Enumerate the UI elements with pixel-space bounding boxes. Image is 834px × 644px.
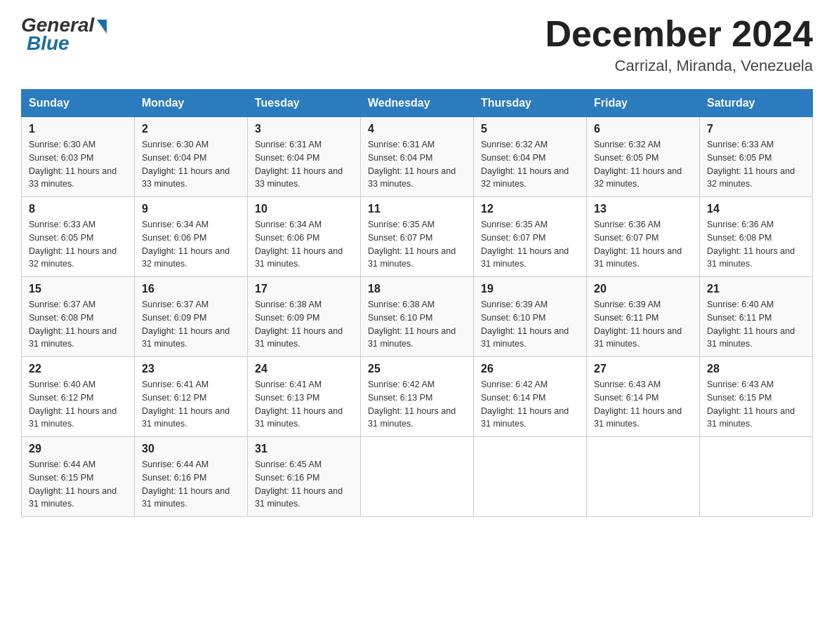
day-number: 28 xyxy=(707,363,805,375)
day-info: Sunrise: 6:42 AMSunset: 6:14 PMDaylight:… xyxy=(481,378,579,431)
day-number: 24 xyxy=(255,363,353,375)
day-number: 3 xyxy=(255,123,353,135)
header-monday: Monday xyxy=(135,90,248,117)
day-info: Sunrise: 6:41 AMSunset: 6:13 PMDaylight:… xyxy=(255,378,353,431)
calendar-cell: 15 Sunrise: 6:37 AMSunset: 6:08 PMDaylig… xyxy=(22,277,135,357)
calendar-cell xyxy=(361,437,474,517)
logo-arrow-icon xyxy=(97,20,107,34)
calendar-table: SundayMondayTuesdayWednesdayThursdayFrid… xyxy=(21,89,813,517)
day-info: Sunrise: 6:38 AMSunset: 6:09 PMDaylight:… xyxy=(255,298,353,351)
calendar-cell: 2 Sunrise: 6:30 AMSunset: 6:04 PMDayligh… xyxy=(135,117,248,197)
day-number: 15 xyxy=(29,283,127,295)
day-number: 26 xyxy=(481,363,579,375)
day-number: 10 xyxy=(255,203,353,215)
day-number: 7 xyxy=(707,123,805,135)
location-subtitle: Carrizal, Miranda, Venezuela xyxy=(545,57,813,75)
calendar-cell: 25 Sunrise: 6:42 AMSunset: 6:13 PMDaylig… xyxy=(361,357,474,437)
day-info: Sunrise: 6:39 AMSunset: 6:10 PMDaylight:… xyxy=(481,298,579,351)
calendar-cell: 14 Sunrise: 6:36 AMSunset: 6:08 PMDaylig… xyxy=(700,197,813,277)
day-number: 12 xyxy=(481,203,579,215)
day-number: 6 xyxy=(594,123,692,135)
day-info: Sunrise: 6:32 AMSunset: 6:05 PMDaylight:… xyxy=(594,138,692,191)
header-friday: Friday xyxy=(587,90,700,117)
calendar-cell: 23 Sunrise: 6:41 AMSunset: 6:12 PMDaylig… xyxy=(135,357,248,437)
calendar-cell: 11 Sunrise: 6:35 AMSunset: 6:07 PMDaylig… xyxy=(361,197,474,277)
calendar-week-row: 1 Sunrise: 6:30 AMSunset: 6:03 PMDayligh… xyxy=(22,117,813,197)
day-number: 5 xyxy=(481,123,579,135)
day-info: Sunrise: 6:34 AMSunset: 6:06 PMDaylight:… xyxy=(255,218,353,271)
calendar-cell: 19 Sunrise: 6:39 AMSunset: 6:10 PMDaylig… xyxy=(474,277,587,357)
day-number: 20 xyxy=(594,283,692,295)
day-number: 21 xyxy=(707,283,805,295)
calendar-cell: 9 Sunrise: 6:34 AMSunset: 6:06 PMDayligh… xyxy=(135,197,248,277)
day-number: 17 xyxy=(255,283,353,295)
day-info: Sunrise: 6:38 AMSunset: 6:10 PMDaylight:… xyxy=(368,298,466,351)
day-info: Sunrise: 6:35 AMSunset: 6:07 PMDaylight:… xyxy=(481,218,579,271)
day-number: 19 xyxy=(481,283,579,295)
calendar-cell: 12 Sunrise: 6:35 AMSunset: 6:07 PMDaylig… xyxy=(474,197,587,277)
calendar-week-row: 29 Sunrise: 6:44 AMSunset: 6:15 PMDaylig… xyxy=(22,437,813,517)
calendar-cell: 17 Sunrise: 6:38 AMSunset: 6:09 PMDaylig… xyxy=(248,277,361,357)
day-number: 22 xyxy=(29,363,127,375)
day-info: Sunrise: 6:37 AMSunset: 6:09 PMDaylight:… xyxy=(142,298,240,351)
calendar-cell xyxy=(474,437,587,517)
header-saturday: Saturday xyxy=(700,90,813,117)
calendar-week-row: 15 Sunrise: 6:37 AMSunset: 6:08 PMDaylig… xyxy=(22,277,813,357)
calendar-cell: 30 Sunrise: 6:44 AMSunset: 6:16 PMDaylig… xyxy=(135,437,248,517)
calendar-cell: 6 Sunrise: 6:32 AMSunset: 6:05 PMDayligh… xyxy=(587,117,700,197)
day-info: Sunrise: 6:32 AMSunset: 6:04 PMDaylight:… xyxy=(481,138,579,191)
calendar-cell: 22 Sunrise: 6:40 AMSunset: 6:12 PMDaylig… xyxy=(22,357,135,437)
calendar-cell: 18 Sunrise: 6:38 AMSunset: 6:10 PMDaylig… xyxy=(361,277,474,357)
header-wednesday: Wednesday xyxy=(361,90,474,117)
day-info: Sunrise: 6:40 AMSunset: 6:11 PMDaylight:… xyxy=(707,298,805,351)
calendar-cell xyxy=(700,437,813,517)
day-number: 23 xyxy=(142,363,240,375)
day-info: Sunrise: 6:45 AMSunset: 6:16 PMDaylight:… xyxy=(255,458,353,511)
day-info: Sunrise: 6:36 AMSunset: 6:07 PMDaylight:… xyxy=(594,218,692,271)
day-number: 2 xyxy=(142,123,240,135)
logo-blue-text: Blue xyxy=(27,32,70,55)
day-info: Sunrise: 6:30 AMSunset: 6:03 PMDaylight:… xyxy=(29,138,127,191)
calendar-cell xyxy=(587,437,700,517)
day-info: Sunrise: 6:33 AMSunset: 6:05 PMDaylight:… xyxy=(707,138,805,191)
day-info: Sunrise: 6:30 AMSunset: 6:04 PMDaylight:… xyxy=(142,138,240,191)
day-info: Sunrise: 6:33 AMSunset: 6:05 PMDaylight:… xyxy=(29,218,127,271)
day-number: 30 xyxy=(142,443,240,455)
page-header: General Blue December 2024 Carrizal, Mir… xyxy=(21,14,813,75)
calendar-cell: 4 Sunrise: 6:31 AMSunset: 6:04 PMDayligh… xyxy=(361,117,474,197)
calendar-cell: 29 Sunrise: 6:44 AMSunset: 6:15 PMDaylig… xyxy=(22,437,135,517)
calendar-cell: 7 Sunrise: 6:33 AMSunset: 6:05 PMDayligh… xyxy=(700,117,813,197)
calendar-cell: 21 Sunrise: 6:40 AMSunset: 6:11 PMDaylig… xyxy=(700,277,813,357)
day-number: 9 xyxy=(142,203,240,215)
calendar-cell: 20 Sunrise: 6:39 AMSunset: 6:11 PMDaylig… xyxy=(587,277,700,357)
header-sunday: Sunday xyxy=(22,90,135,117)
day-info: Sunrise: 6:41 AMSunset: 6:12 PMDaylight:… xyxy=(142,378,240,431)
day-number: 8 xyxy=(29,203,127,215)
logo: General Blue xyxy=(21,14,107,55)
day-info: Sunrise: 6:36 AMSunset: 6:08 PMDaylight:… xyxy=(707,218,805,271)
month-year-title: December 2024 xyxy=(545,14,813,54)
calendar-cell: 3 Sunrise: 6:31 AMSunset: 6:04 PMDayligh… xyxy=(248,117,361,197)
title-block: December 2024 Carrizal, Miranda, Venezue… xyxy=(545,14,813,75)
calendar-cell: 28 Sunrise: 6:43 AMSunset: 6:15 PMDaylig… xyxy=(700,357,813,437)
calendar-week-row: 8 Sunrise: 6:33 AMSunset: 6:05 PMDayligh… xyxy=(22,197,813,277)
calendar-cell: 5 Sunrise: 6:32 AMSunset: 6:04 PMDayligh… xyxy=(474,117,587,197)
day-info: Sunrise: 6:31 AMSunset: 6:04 PMDaylight:… xyxy=(255,138,353,191)
day-info: Sunrise: 6:35 AMSunset: 6:07 PMDaylight:… xyxy=(368,218,466,271)
calendar-cell: 26 Sunrise: 6:42 AMSunset: 6:14 PMDaylig… xyxy=(474,357,587,437)
day-info: Sunrise: 6:39 AMSunset: 6:11 PMDaylight:… xyxy=(594,298,692,351)
calendar-cell: 31 Sunrise: 6:45 AMSunset: 6:16 PMDaylig… xyxy=(248,437,361,517)
day-info: Sunrise: 6:43 AMSunset: 6:14 PMDaylight:… xyxy=(594,378,692,431)
calendar-cell: 10 Sunrise: 6:34 AMSunset: 6:06 PMDaylig… xyxy=(248,197,361,277)
day-number: 11 xyxy=(368,203,466,215)
header-tuesday: Tuesday xyxy=(248,90,361,117)
day-number: 14 xyxy=(707,203,805,215)
day-number: 1 xyxy=(29,123,127,135)
day-number: 4 xyxy=(368,123,466,135)
calendar-header-row: SundayMondayTuesdayWednesdayThursdayFrid… xyxy=(22,90,813,117)
calendar-cell: 8 Sunrise: 6:33 AMSunset: 6:05 PMDayligh… xyxy=(22,197,135,277)
day-info: Sunrise: 6:31 AMSunset: 6:04 PMDaylight:… xyxy=(368,138,466,191)
day-info: Sunrise: 6:42 AMSunset: 6:13 PMDaylight:… xyxy=(368,378,466,431)
day-info: Sunrise: 6:44 AMSunset: 6:16 PMDaylight:… xyxy=(142,458,240,511)
day-info: Sunrise: 6:40 AMSunset: 6:12 PMDaylight:… xyxy=(29,378,127,431)
